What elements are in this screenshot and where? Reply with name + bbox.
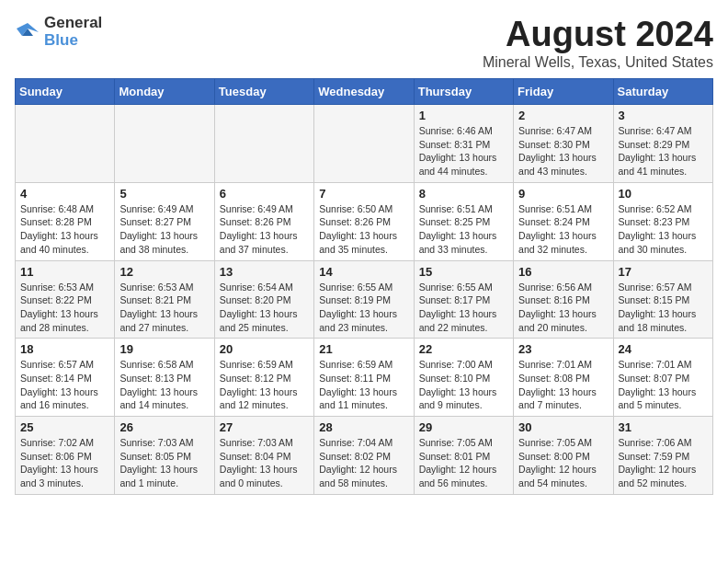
calendar-cell: 17Sunrise: 6:57 AM Sunset: 8:15 PM Dayli…	[613, 260, 712, 339]
calendar-cell: 30Sunrise: 7:05 AM Sunset: 8:00 PM Dayli…	[514, 417, 613, 495]
day-info: Sunrise: 6:53 AM Sunset: 8:21 PM Dayligh…	[119, 281, 209, 335]
day-info: Sunrise: 6:54 AM Sunset: 8:20 PM Dayligh…	[220, 281, 309, 335]
day-number: 1	[419, 109, 508, 122]
day-info: Sunrise: 6:55 AM Sunset: 8:19 PM Dayligh…	[319, 281, 408, 335]
header-row: SundayMondayTuesdayWednesdayThursdayFrid…	[16, 79, 713, 105]
day-number: 9	[518, 187, 608, 201]
calendar-body: 1Sunrise: 6:46 AM Sunset: 8:31 PM Daylig…	[16, 105, 713, 495]
calendar-header: SundayMondayTuesdayWednesdayThursdayFrid…	[16, 79, 713, 105]
calendar-week-1: 1Sunrise: 6:46 AM Sunset: 8:31 PM Daylig…	[16, 105, 713, 183]
logo-icon	[15, 19, 40, 45]
calendar-cell: 29Sunrise: 7:05 AM Sunset: 8:01 PM Dayli…	[414, 417, 513, 495]
day-number: 29	[419, 420, 508, 434]
day-number: 28	[319, 420, 408, 434]
day-number: 6	[220, 187, 309, 201]
day-info: Sunrise: 6:49 AM Sunset: 8:27 PM Dayligh…	[119, 202, 209, 257]
day-info: Sunrise: 7:01 AM Sunset: 8:08 PM Dayligh…	[518, 358, 608, 412]
calendar-cell	[214, 105, 313, 183]
calendar-cell: 5Sunrise: 6:49 AM Sunset: 8:27 PM Daylig…	[115, 182, 214, 260]
calendar-cell: 6Sunrise: 6:49 AM Sunset: 8:26 PM Daylig…	[214, 182, 313, 260]
day-number: 20	[220, 342, 309, 356]
calendar-cell: 22Sunrise: 7:00 AM Sunset: 8:10 PM Dayli…	[414, 339, 513, 417]
calendar-week-2: 4Sunrise: 6:48 AM Sunset: 8:28 PM Daylig…	[16, 182, 713, 260]
day-info: Sunrise: 6:57 AM Sunset: 8:14 PM Dayligh…	[20, 358, 109, 412]
calendar-cell: 13Sunrise: 6:54 AM Sunset: 8:20 PM Dayli…	[214, 260, 313, 339]
day-info: Sunrise: 6:55 AM Sunset: 8:17 PM Dayligh…	[419, 281, 508, 335]
main-title: August 2024	[483, 15, 713, 54]
day-header-monday: Monday	[115, 79, 214, 105]
day-info: Sunrise: 6:50 AM Sunset: 8:26 PM Dayligh…	[319, 202, 408, 257]
day-number: 4	[20, 187, 109, 201]
title-section: August 2024 Mineral Wells, Texas, United…	[483, 15, 713, 71]
day-info: Sunrise: 6:48 AM Sunset: 8:28 PM Dayligh…	[20, 202, 109, 257]
day-info: Sunrise: 6:59 AM Sunset: 8:11 PM Dayligh…	[319, 358, 408, 412]
day-info: Sunrise: 6:49 AM Sunset: 8:26 PM Dayligh…	[220, 202, 309, 257]
day-number: 19	[119, 342, 209, 356]
day-header-tuesday: Tuesday	[214, 79, 313, 105]
logo: General Blue	[15, 15, 102, 49]
day-info: Sunrise: 7:03 AM Sunset: 8:04 PM Dayligh…	[220, 436, 309, 490]
calendar-cell: 16Sunrise: 6:56 AM Sunset: 8:16 PM Dayli…	[514, 260, 613, 339]
day-number: 27	[220, 420, 309, 434]
day-number: 5	[119, 187, 209, 201]
day-number: 23	[518, 342, 608, 356]
day-info: Sunrise: 7:06 AM Sunset: 7:59 PM Dayligh…	[619, 436, 708, 490]
calendar-cell	[115, 105, 214, 183]
subtitle: Mineral Wells, Texas, United States	[483, 54, 713, 71]
logo-line1: General	[44, 15, 102, 32]
day-number: 18	[20, 342, 109, 356]
day-number: 31	[619, 420, 708, 434]
day-header-friday: Friday	[514, 79, 613, 105]
calendar-cell: 8Sunrise: 6:51 AM Sunset: 8:25 PM Daylig…	[414, 182, 513, 260]
day-info: Sunrise: 7:04 AM Sunset: 8:02 PM Dayligh…	[319, 436, 408, 490]
logo-line2: Blue	[44, 32, 102, 50]
calendar-cell: 31Sunrise: 7:06 AM Sunset: 7:59 PM Dayli…	[613, 417, 712, 495]
day-info: Sunrise: 6:53 AM Sunset: 8:22 PM Dayligh…	[20, 281, 109, 335]
day-info: Sunrise: 6:56 AM Sunset: 8:16 PM Dayligh…	[518, 281, 608, 335]
calendar-cell	[314, 105, 414, 183]
calendar-week-3: 11Sunrise: 6:53 AM Sunset: 8:22 PM Dayli…	[16, 260, 713, 339]
day-number: 22	[419, 342, 508, 356]
day-number: 30	[518, 420, 608, 434]
calendar-cell: 1Sunrise: 6:46 AM Sunset: 8:31 PM Daylig…	[414, 105, 513, 183]
day-info: Sunrise: 7:00 AM Sunset: 8:10 PM Dayligh…	[419, 358, 508, 412]
calendar-week-5: 25Sunrise: 7:02 AM Sunset: 8:06 PM Dayli…	[16, 417, 713, 495]
day-number: 8	[419, 187, 508, 201]
day-info: Sunrise: 7:01 AM Sunset: 8:07 PM Dayligh…	[619, 358, 708, 412]
calendar-cell: 18Sunrise: 6:57 AM Sunset: 8:14 PM Dayli…	[16, 339, 115, 417]
calendar-cell: 27Sunrise: 7:03 AM Sunset: 8:04 PM Dayli…	[214, 417, 313, 495]
day-number: 26	[119, 420, 209, 434]
day-info: Sunrise: 6:51 AM Sunset: 8:25 PM Dayligh…	[419, 202, 508, 257]
calendar-cell: 10Sunrise: 6:52 AM Sunset: 8:23 PM Dayli…	[613, 182, 712, 260]
day-number: 13	[220, 265, 309, 279]
day-number: 25	[20, 420, 109, 434]
calendar-cell: 15Sunrise: 6:55 AM Sunset: 8:17 PM Dayli…	[414, 260, 513, 339]
day-number: 2	[518, 109, 608, 122]
day-info: Sunrise: 6:52 AM Sunset: 8:23 PM Dayligh…	[619, 202, 708, 257]
day-info: Sunrise: 6:58 AM Sunset: 8:13 PM Dayligh…	[119, 358, 209, 412]
calendar-cell: 9Sunrise: 6:51 AM Sunset: 8:24 PM Daylig…	[514, 182, 613, 260]
day-header-wednesday: Wednesday	[314, 79, 414, 105]
calendar-week-4: 18Sunrise: 6:57 AM Sunset: 8:14 PM Dayli…	[16, 339, 713, 417]
day-info: Sunrise: 6:57 AM Sunset: 8:15 PM Dayligh…	[619, 281, 708, 335]
day-number: 21	[319, 342, 408, 356]
day-number: 14	[319, 265, 408, 279]
calendar-cell: 25Sunrise: 7:02 AM Sunset: 8:06 PM Dayli…	[16, 417, 115, 495]
calendar-cell: 11Sunrise: 6:53 AM Sunset: 8:22 PM Dayli…	[16, 260, 115, 339]
day-number: 7	[319, 187, 408, 201]
calendar-table: SundayMondayTuesdayWednesdayThursdayFrid…	[15, 78, 713, 495]
day-info: Sunrise: 6:51 AM Sunset: 8:24 PM Dayligh…	[518, 202, 608, 257]
calendar-cell: 2Sunrise: 6:47 AM Sunset: 8:30 PM Daylig…	[514, 105, 613, 183]
day-info: Sunrise: 6:47 AM Sunset: 8:29 PM Dayligh…	[619, 124, 708, 178]
calendar-cell: 14Sunrise: 6:55 AM Sunset: 8:19 PM Dayli…	[314, 260, 414, 339]
day-info: Sunrise: 7:03 AM Sunset: 8:05 PM Dayligh…	[119, 436, 209, 490]
calendar-cell: 4Sunrise: 6:48 AM Sunset: 8:28 PM Daylig…	[16, 182, 115, 260]
day-info: Sunrise: 6:59 AM Sunset: 8:12 PM Dayligh…	[220, 358, 309, 412]
day-info: Sunrise: 7:05 AM Sunset: 8:01 PM Dayligh…	[419, 436, 508, 490]
calendar-cell: 3Sunrise: 6:47 AM Sunset: 8:29 PM Daylig…	[613, 105, 712, 183]
day-header-sunday: Sunday	[16, 79, 115, 105]
calendar-cell: 21Sunrise: 6:59 AM Sunset: 8:11 PM Dayli…	[314, 339, 414, 417]
calendar-cell	[16, 105, 115, 183]
day-header-saturday: Saturday	[613, 79, 712, 105]
calendar-cell: 12Sunrise: 6:53 AM Sunset: 8:21 PM Dayli…	[115, 260, 214, 339]
